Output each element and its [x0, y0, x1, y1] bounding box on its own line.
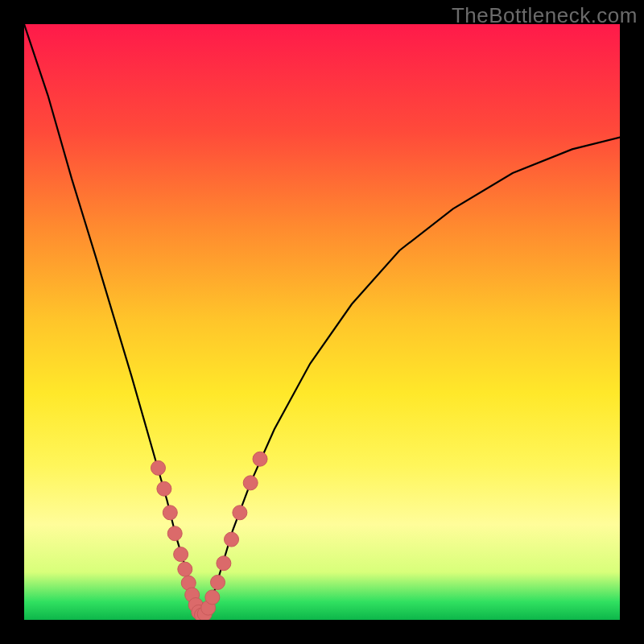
- curve-marker: [151, 460, 166, 475]
- curve-marker: [205, 590, 220, 605]
- curve-marker: [225, 532, 239, 547]
- curve-marker: [178, 562, 192, 576]
- chart-plot-area: [24, 24, 620, 620]
- curve-marker: [174, 547, 188, 562]
- curve-marker: [163, 506, 177, 520]
- curve-markers: [151, 452, 268, 620]
- bottleneck-curve: [24, 24, 620, 616]
- curve-marker: [217, 556, 231, 571]
- curve-marker: [211, 575, 225, 589]
- curve-marker: [233, 506, 247, 520]
- curve-marker: [243, 476, 258, 490]
- curve-marker: [253, 452, 267, 466]
- chart-stage: TheBottleneck.com: [0, 0, 644, 644]
- curve-marker: [167, 526, 182, 541]
- chart-svg: [24, 24, 620, 620]
- curve-marker: [157, 481, 171, 496]
